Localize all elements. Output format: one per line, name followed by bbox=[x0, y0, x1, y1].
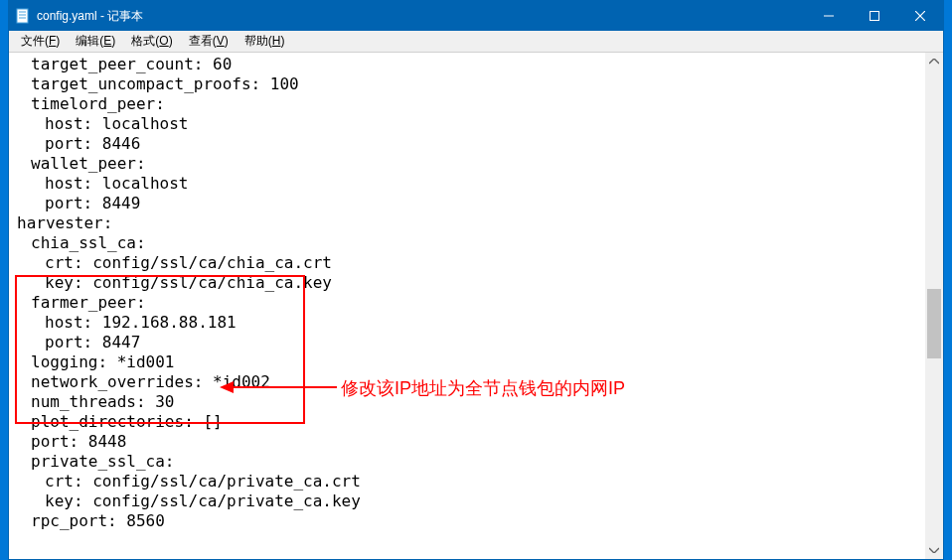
text-line[interactable]: plot_directories: [] bbox=[17, 412, 921, 432]
text-line[interactable]: key: config/ssl/ca/chia_ca.key bbox=[17, 273, 921, 293]
text-line[interactable]: host: localhost bbox=[17, 174, 921, 194]
scroll-track[interactable] bbox=[925, 70, 943, 541]
client-area: target_peer_count: 60target_uncompact_pr… bbox=[9, 53, 943, 559]
text-line[interactable]: timelord_peer: bbox=[17, 94, 921, 114]
text-line[interactable]: num_threads: 30 bbox=[17, 392, 921, 412]
text-line[interactable]: farmer_peer: bbox=[17, 293, 921, 313]
text-line[interactable]: port: 8446 bbox=[17, 134, 921, 154]
text-line[interactable]: target_peer_count: 60 bbox=[17, 55, 921, 74]
text-line[interactable]: wallet_peer: bbox=[17, 154, 921, 174]
maximize-button[interactable] bbox=[852, 1, 897, 31]
text-line[interactable]: crt: config/ssl/ca/chia_ca.crt bbox=[17, 253, 921, 273]
window-title: config.yaml - 记事本 bbox=[37, 8, 143, 25]
text-line[interactable]: port: 8447 bbox=[17, 333, 921, 352]
text-line[interactable]: logging: *id001 bbox=[17, 352, 921, 372]
text-line[interactable]: host: localhost bbox=[17, 114, 921, 134]
text-line[interactable]: harvester: bbox=[17, 213, 921, 233]
menu-format[interactable]: 格式(O) bbox=[123, 31, 180, 52]
title-bar[interactable]: config.yaml - 记事本 bbox=[9, 1, 943, 31]
notepad-window: config.yaml - 记事本 文件(F) 编辑(E) 格式(O) 查看(V… bbox=[8, 0, 944, 560]
menu-edit[interactable]: 编辑(E) bbox=[68, 31, 123, 52]
text-content[interactable]: target_peer_count: 60target_uncompact_pr… bbox=[9, 53, 925, 559]
text-line[interactable]: network_overrides: *id002 bbox=[17, 372, 921, 392]
menu-bar: 文件(F) 编辑(E) 格式(O) 查看(V) 帮助(H) bbox=[9, 31, 943, 53]
text-line[interactable]: crt: config/ssl/ca/private_ca.crt bbox=[17, 472, 921, 491]
text-line[interactable]: key: config/ssl/ca/private_ca.key bbox=[17, 491, 921, 511]
scroll-up-button[interactable] bbox=[925, 53, 943, 70]
text-line[interactable]: port: 8448 bbox=[17, 432, 921, 452]
vertical-scrollbar[interactable] bbox=[925, 53, 943, 559]
scroll-down-button[interactable] bbox=[925, 541, 943, 559]
text-line[interactable]: host: 192.168.88.181 bbox=[17, 313, 921, 333]
menu-view[interactable]: 查看(V) bbox=[181, 31, 237, 52]
minimize-button[interactable] bbox=[806, 1, 852, 31]
scroll-thumb[interactable] bbox=[927, 289, 941, 358]
menu-help[interactable]: 帮助(H) bbox=[237, 31, 293, 52]
text-line[interactable]: rpc_port: 8560 bbox=[17, 511, 921, 531]
svg-rect-0 bbox=[17, 9, 28, 23]
text-line[interactable]: target_uncompact_proofs: 100 bbox=[17, 74, 921, 94]
close-button[interactable] bbox=[897, 1, 943, 31]
text-line[interactable]: private_ssl_ca: bbox=[17, 452, 921, 472]
text-line[interactable]: chia_ssl_ca: bbox=[17, 233, 921, 253]
svg-rect-5 bbox=[871, 12, 879, 21]
text-line[interactable]: port: 8449 bbox=[17, 194, 921, 213]
notepad-icon bbox=[15, 8, 31, 24]
menu-file[interactable]: 文件(F) bbox=[13, 31, 68, 52]
